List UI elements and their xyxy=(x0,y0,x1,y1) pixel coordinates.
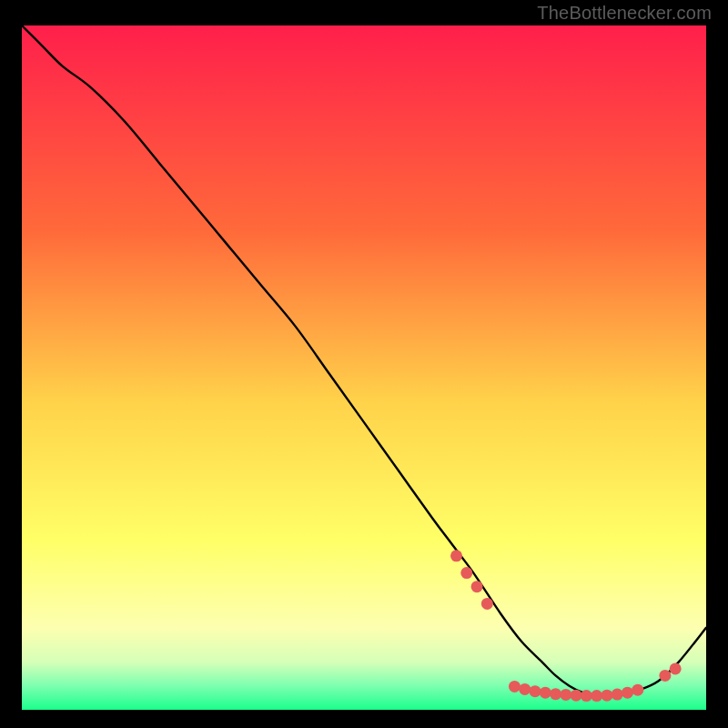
highlight-dot xyxy=(581,690,592,702)
highlight-dot xyxy=(571,690,582,702)
highlight-dot xyxy=(591,690,602,702)
highlight-dot xyxy=(560,689,571,701)
highlight-dot xyxy=(670,662,682,674)
gradient-background xyxy=(22,25,706,710)
highlight-dot xyxy=(612,689,623,701)
highlight-dot xyxy=(659,670,671,682)
bottleneck-chart xyxy=(22,25,706,710)
highlight-dot xyxy=(519,683,531,695)
highlight-dot xyxy=(509,681,521,693)
chart-frame: TheBottlenecker.com xyxy=(0,0,728,728)
plot-area xyxy=(22,25,706,710)
attribution-label: TheBottlenecker.com xyxy=(537,3,712,24)
highlight-dot xyxy=(550,688,561,700)
highlight-dot xyxy=(481,598,493,610)
highlight-dot xyxy=(622,687,633,699)
highlight-dot xyxy=(460,567,472,579)
highlight-dot xyxy=(632,684,643,696)
highlight-dot xyxy=(540,687,551,699)
highlight-dot xyxy=(601,690,612,702)
highlight-dot xyxy=(471,581,483,592)
highlight-dot xyxy=(450,550,462,561)
highlight-dot xyxy=(530,685,541,697)
